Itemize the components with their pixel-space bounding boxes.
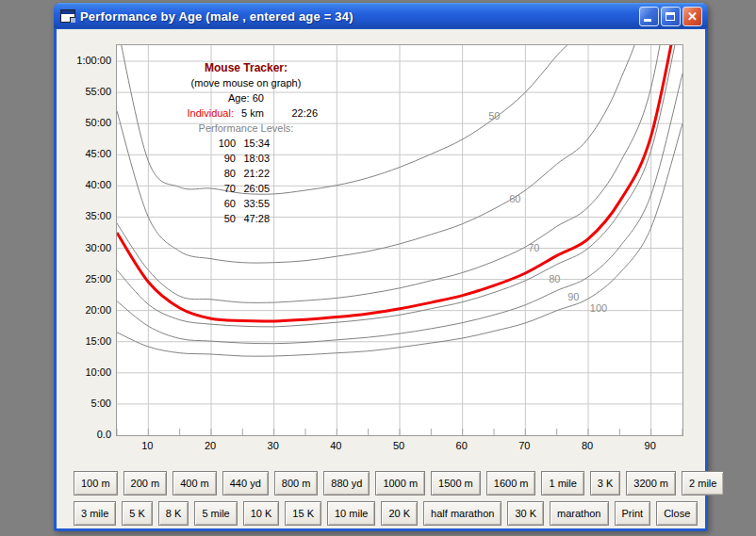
distance-button-20-k[interactable]: 20 K xyxy=(381,501,418,526)
level-time: 47:28 xyxy=(236,211,270,226)
y-tick-20:00: 20:00 xyxy=(66,303,111,317)
curve-label-50: 50 xyxy=(488,110,500,122)
level-time: 15:34 xyxy=(236,136,270,151)
curve-label-80: 80 xyxy=(549,273,560,284)
level-value: 60 xyxy=(174,196,236,211)
x-tick-10: 10 xyxy=(133,439,161,452)
tracker-individual-row: Individual: 5 km 22:26 xyxy=(174,106,318,121)
level-value: 90 xyxy=(174,151,236,166)
x-tick-80: 80 xyxy=(573,439,601,452)
individual-distance: 5 km xyxy=(234,106,271,121)
close-button[interactable]: ✕ xyxy=(682,7,702,26)
close-button[interactable]: Close xyxy=(656,501,698,526)
performance-levels-table: 10015:349018:038021:227026:056033:555047… xyxy=(174,136,318,226)
form-window-icon xyxy=(60,9,75,23)
distance-button-880-yd[interactable]: 880 yd xyxy=(323,471,370,495)
close-icon: ✕ xyxy=(683,8,701,25)
distance-button-3-mile[interactable]: 3 mile xyxy=(74,501,116,526)
x-tick-90: 90 xyxy=(636,439,665,452)
y-tick-1:00:00: 1:00:00 xyxy=(66,54,111,67)
distance-button-15-k[interactable]: 15 K xyxy=(285,501,321,526)
y-tick-55:00: 55:00 xyxy=(66,85,111,98)
distance-button-200-m[interactable]: 200 m xyxy=(123,471,168,495)
distance-button-3-k[interactable]: 3 K xyxy=(590,471,621,495)
x-tick-40: 40 xyxy=(321,439,350,452)
performance-levels-label: Performance Levels: xyxy=(174,121,318,136)
distance-button-1600-m[interactable]: 1600 m xyxy=(486,471,536,495)
y-tick-40:00: 40:00 xyxy=(66,178,111,191)
distance-button-2-mile[interactable]: 2 mile xyxy=(682,471,724,495)
x-tick-60: 60 xyxy=(448,439,476,452)
distance-button-1500-m[interactable]: 1500 m xyxy=(431,471,481,495)
minimize-icon xyxy=(644,19,651,22)
distance-button-5-k[interactable]: 5 K xyxy=(122,501,153,526)
y-tick-50:00: 50:00 xyxy=(66,116,111,129)
level-value: 50 xyxy=(174,211,236,226)
distance-button-1000-m[interactable]: 1000 m xyxy=(375,471,425,495)
distance-button-3200-m[interactable]: 3200 m xyxy=(626,471,676,495)
minimize-button[interactable] xyxy=(639,7,659,26)
tracker-subtitle: (move mouse on graph) xyxy=(174,75,318,90)
y-tick-25:00: 25:00 xyxy=(66,272,111,285)
distance-button-half-marathon[interactable]: half marathon xyxy=(423,501,501,526)
distance-button-marathon[interactable]: marathon xyxy=(550,501,608,526)
tracker-age: Age: 60 xyxy=(174,90,318,106)
level-value: 100 xyxy=(174,136,236,151)
level-time: 26:05 xyxy=(236,181,270,196)
y-tick-10:00: 10:00 xyxy=(66,365,111,379)
level-value: 80 xyxy=(174,166,236,181)
window-title: Performance by Age (male , entered age =… xyxy=(80,9,353,24)
x-tick-50: 50 xyxy=(385,439,413,452)
curve-label-60: 60 xyxy=(509,193,520,204)
distance-button-30-k[interactable]: 30 K xyxy=(507,501,544,526)
y-tick-15:00: 15:00 xyxy=(66,334,111,348)
title-bar[interactable]: Performance by Age (male , entered age =… xyxy=(54,3,708,29)
x-tick-20: 20 xyxy=(196,439,224,452)
distance-button-10-mile[interactable]: 10 mile xyxy=(327,501,375,526)
maximize-icon xyxy=(666,12,675,21)
distance-button-8-k[interactable]: 8 K xyxy=(158,501,189,526)
y-tick-45:00: 45:00 xyxy=(66,147,111,160)
mouse-tracker-panel: Mouse Tracker: (move mouse on graph) Age… xyxy=(174,60,318,226)
distance-button-1-mile[interactable]: 1 mile xyxy=(541,471,583,495)
distance-button-10-k[interactable]: 10 K xyxy=(243,501,280,526)
y-tick-35:00: 35:00 xyxy=(66,209,111,222)
distance-button-400-m[interactable]: 400 m xyxy=(173,471,217,495)
curve-label-90: 90 xyxy=(567,291,579,302)
individual-label: Individual: xyxy=(174,106,234,121)
distance-button-440-yd[interactable]: 440 yd xyxy=(222,471,269,495)
level-value: 70 xyxy=(174,181,236,196)
level-time: 18:03 xyxy=(236,151,270,166)
app-window: Performance by Age (male , entered age =… xyxy=(54,3,708,531)
distance-button-800-m[interactable]: 800 m xyxy=(274,471,319,495)
x-tick-30: 30 xyxy=(259,439,288,452)
x-tick-70: 70 xyxy=(510,439,538,452)
y-tick-5:00: 5:00 xyxy=(66,397,111,410)
distance-button-row-2: 3 mile5 K8 K5 mile10 K15 K10 mile20 Khal… xyxy=(74,501,696,526)
distance-button-5-mile[interactable]: 5 mile xyxy=(194,501,237,526)
maximize-button[interactable] xyxy=(661,7,681,26)
level-time: 33:55 xyxy=(236,196,270,211)
y-tick-30:00: 30:00 xyxy=(66,241,111,254)
level-time: 21:22 xyxy=(236,166,270,181)
tracker-title: Mouse Tracker: xyxy=(174,60,318,75)
desktop: { "desktop": { "background": "#808080" }… xyxy=(0,0,756,536)
curve-label-100: 100 xyxy=(590,302,607,314)
distance-button-100-m[interactable]: 100 m xyxy=(74,471,118,495)
y-tick-0.0: 0.0 xyxy=(66,428,111,441)
individual-time: 22:26 xyxy=(271,106,318,121)
print-button[interactable]: Print xyxy=(615,501,651,526)
distance-button-row-1: 100 m200 m400 m440 yd800 m880 yd1000 m15… xyxy=(74,471,696,495)
curve-label-70: 70 xyxy=(528,242,539,253)
